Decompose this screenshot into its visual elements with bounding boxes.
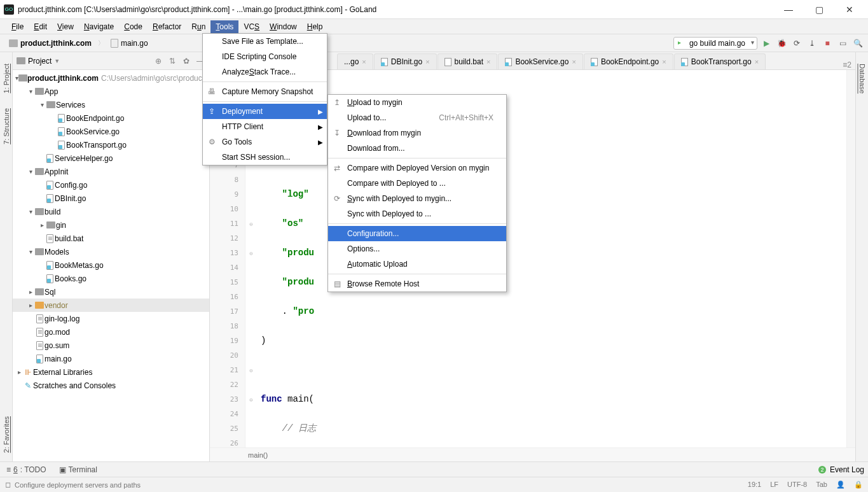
tools-deployment[interactable]: ⇪Deployment▶	[203, 104, 327, 119]
breadcrumb-root[interactable]: product.jtthink.com	[5, 38, 95, 49]
editor-tab[interactable]: ...go×	[337, 53, 373, 69]
stop-button[interactable]: ■	[821, 37, 834, 50]
tree-file[interactable]: Books.go	[13, 272, 209, 285]
menu-file[interactable]: File	[6, 20, 29, 33]
indent-info[interactable]: Tab	[816, 481, 827, 489]
close-tab-icon[interactable]: ×	[755, 58, 759, 66]
close-tab-icon[interactable]: ×	[425, 58, 429, 66]
tools-ide-scripting[interactable]: IDE Scripting Console	[203, 49, 327, 64]
deploy-browse-remote[interactable]: ▤Browse Remote Host	[328, 276, 506, 292]
maximize-button[interactable]: ▢	[804, 1, 834, 18]
breadcrumb-file[interactable]: main.go	[107, 38, 152, 49]
event-log-button[interactable]: Event Log	[830, 465, 864, 474]
deploy-upload-to[interactable]: Upload to...Ctrl+Alt+Shift+X	[328, 110, 506, 125]
deploy-options[interactable]: Options...	[328, 241, 506, 257]
close-tab-icon[interactable]: ×	[572, 58, 575, 66]
tree-file[interactable]: gin-log.log	[13, 312, 209, 325]
tree-file[interactable]: go.mod	[13, 325, 209, 339]
editor-scrollbar[interactable]	[846, 70, 855, 447]
editor-tab[interactable]: DBInit.go×	[374, 53, 437, 69]
tree-scratches[interactable]: ✎Scratches and Consoles	[13, 379, 209, 392]
menu-help[interactable]: Help	[302, 20, 328, 33]
project-view-selector[interactable]: Project ▼	[17, 57, 153, 66]
menu-window[interactable]: Window	[265, 20, 302, 33]
caret-position[interactable]: 19:1	[748, 481, 761, 489]
editor-tab[interactable]: BookService.go×	[498, 53, 582, 69]
menu-run[interactable]: Run	[186, 20, 210, 33]
rail-project[interactable]: 1: Project	[3, 61, 10, 95]
rail-database[interactable]: Database	[858, 61, 866, 96]
menu-view[interactable]: View	[52, 20, 79, 33]
tree-folder-build[interactable]: ▾build	[13, 205, 209, 218]
minimize-button[interactable]: —	[774, 1, 803, 18]
close-tab-icon[interactable]: ×	[486, 58, 490, 66]
scroll-from-source-icon[interactable]: ⊕	[153, 57, 163, 66]
deploy-download-from[interactable]: Download from...	[328, 141, 506, 156]
menu-navigate[interactable]: Navigate	[79, 20, 119, 33]
debug-button[interactable]: 🐞	[775, 37, 788, 50]
run-button[interactable]: ▶	[760, 37, 773, 50]
terminal-tool-button[interactable]: ▣ Terminal	[53, 465, 104, 474]
menu-vcs[interactable]: VCS	[238, 20, 265, 33]
tree-file[interactable]: BookMetas.go	[13, 258, 209, 272]
close-tab-icon[interactable]: ×	[362, 58, 366, 66]
tree-folder-gin[interactable]: ▸gin	[13, 218, 209, 232]
tools-go-tools[interactable]: ⚙Go Tools▶	[203, 134, 327, 150]
editor-tab[interactable]: build.bat×	[437, 53, 498, 69]
inspections-icon[interactable]: 👤	[836, 481, 845, 489]
deploy-sync-to[interactable]: Sync with Deployed to ...	[328, 206, 506, 221]
project-tree[interactable]: ▾product.jtthink.comC:\Users\admin\go\sr…	[13, 70, 209, 461]
tree-folder-vendor[interactable]: ▸vendor	[13, 299, 209, 312]
tree-file[interactable]: BookTransport.go	[13, 138, 209, 151]
tree-external-libraries[interactable]: ▸⊪External Libraries	[13, 365, 209, 379]
tree-file[interactable]: go.sum	[13, 339, 209, 352]
tree-file[interactable]: BookService.go	[13, 125, 209, 138]
close-button[interactable]: ✕	[835, 1, 864, 18]
tree-folder-sql[interactable]: ▸Sql	[13, 285, 209, 299]
menu-code[interactable]: Code	[119, 20, 148, 33]
tools-start-ssh[interactable]: Start SSH session...	[203, 150, 327, 165]
tree-file[interactable]: Config.go	[13, 178, 209, 192]
tools-analyze-stacktrace[interactable]: Analyze Stack Trace...	[203, 64, 327, 80]
tools-capture-snapshot[interactable]: 🖶Capture Memory Snapshot	[203, 84, 327, 99]
line-separator[interactable]: LF	[770, 481, 778, 489]
tree-folder-app[interactable]: ▾App	[13, 85, 209, 98]
expand-all-icon[interactable]: ⇅	[167, 57, 177, 66]
tab-list-icon[interactable]: ≡2	[843, 60, 851, 69]
menu-edit[interactable]: Edit	[29, 20, 52, 33]
tree-folder-services[interactable]: ▾Services	[13, 98, 209, 111]
attach-icon[interactable]: ⤓	[806, 37, 818, 50]
deploy-configuration[interactable]: Configuration...	[328, 226, 506, 241]
rail-favorites[interactable]: 2: Favorites	[3, 414, 10, 455]
tools-http-client[interactable]: HTTP Client▶	[203, 119, 327, 134]
search-icon[interactable]: 🔍	[851, 37, 864, 50]
deploy-upload-mygin[interactable]: ↥Upload to mygin	[328, 95, 506, 110]
tree-folder-appinit[interactable]: ▾AppInit	[13, 165, 209, 178]
editor-breadcrumb[interactable]: main()	[210, 447, 855, 461]
lock-icon[interactable]: 🔒	[854, 481, 863, 489]
run-with-coverage-icon[interactable]: ⟳	[790, 37, 803, 50]
todo-tool-button[interactable]: ≡ 6: TODO	[0, 465, 53, 474]
tool-window-toggle-icon[interactable]: ◻	[5, 481, 11, 489]
tree-file[interactable]: main.go	[13, 352, 209, 365]
deploy-download-mygin[interactable]: ↧Download from mygin	[328, 125, 506, 141]
deploy-compare-to[interactable]: Compare with Deployed to ...	[328, 176, 506, 191]
tools-save-template[interactable]: Save File as Template...	[203, 34, 327, 49]
deploy-compare-mygin[interactable]: ⇄Compare with Deployed Version on mygin	[328, 160, 506, 176]
menu-refactor[interactable]: Refactor	[148, 20, 186, 33]
rail-structure[interactable]: 7: Structure	[3, 106, 10, 147]
tree-file[interactable]: BookEndpoint.go	[13, 111, 209, 125]
editor-tab[interactable]: BookEndpoint.go×	[584, 53, 673, 69]
deploy-auto-upload[interactable]: Automatic Upload	[328, 257, 506, 272]
tree-root[interactable]: ▾product.jtthink.comC:\Users\admin\go\sr…	[13, 71, 209, 85]
menu-tools[interactable]: Tools	[210, 20, 238, 33]
tree-file[interactable]: build.bat	[13, 232, 209, 245]
editor-tab[interactable]: BookTransport.go×	[674, 53, 766, 69]
layout-icon[interactable]: ▭	[836, 37, 849, 50]
deploy-sync-mygin[interactable]: ⟳Sync with Deployed to mygin...	[328, 191, 506, 206]
run-config-selector[interactable]: go build main.go	[673, 37, 757, 50]
tree-file[interactable]: DBInit.go	[13, 192, 209, 205]
tree-folder-models[interactable]: ▾Models	[13, 245, 209, 258]
settings-icon[interactable]: ✿	[181, 57, 191, 66]
tree-file[interactable]: ServiceHelper.go	[13, 151, 209, 165]
